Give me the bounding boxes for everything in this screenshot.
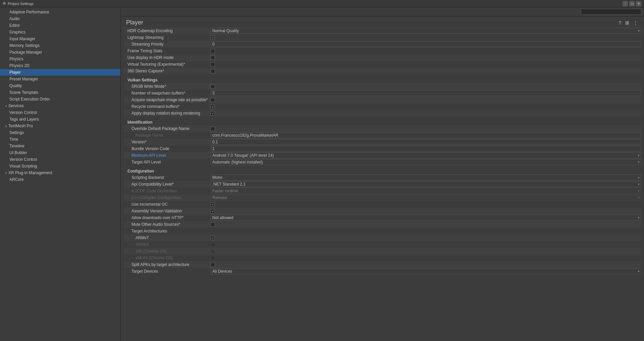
dropdown-text: Release bbox=[212, 195, 637, 200]
setting-row: 360 Stereo Capture* bbox=[123, 68, 641, 74]
checkbox[interactable] bbox=[211, 49, 215, 53]
checkbox[interactable] bbox=[211, 105, 215, 109]
checkbox bbox=[211, 243, 215, 247]
dropdown[interactable]: Release▾ bbox=[211, 195, 641, 201]
sidebar-label-visual-scripting: Visual Scripting bbox=[9, 164, 37, 168]
text-input[interactable] bbox=[211, 146, 641, 152]
sidebar-item-preset-manager[interactable]: Preset Manager bbox=[0, 76, 120, 82]
setting-value: Mono▾ bbox=[211, 175, 641, 181]
sidebar-label-scene-template: Scene Template bbox=[9, 90, 38, 95]
setting-value bbox=[211, 146, 641, 152]
setting-row: ARM64 bbox=[123, 241, 641, 248]
setting-row: Lightmap Streaming bbox=[123, 34, 641, 41]
sidebar-item-adaptive-performance[interactable]: Adaptive Performance bbox=[0, 9, 120, 15]
close-button[interactable]: ✕ bbox=[636, 1, 641, 6]
sidebar-item-input-manager[interactable]: Input Manager bbox=[0, 36, 120, 42]
checkbox[interactable] bbox=[211, 236, 215, 240]
setting-label: Mute Other Audio Sources* bbox=[123, 222, 211, 227]
setting-label: HDR Cubemap Encoding bbox=[123, 28, 211, 33]
sidebar-label-tags-and-layers: Tags and Layers bbox=[9, 117, 39, 122]
checkbox[interactable] bbox=[211, 36, 215, 40]
checkbox[interactable] bbox=[211, 209, 215, 213]
text-input[interactable] bbox=[211, 90, 641, 96]
setting-value bbox=[211, 127, 641, 131]
sidebar-item-tags-and-layers[interactable]: Tags and Layers bbox=[0, 116, 120, 123]
sidebar-item-physics-2d[interactable]: Physics 2D bbox=[0, 62, 120, 69]
sidebar-item-version-control2[interactable]: Version Control bbox=[0, 156, 120, 163]
sidebar-item-editor[interactable]: Editor bbox=[0, 22, 120, 29]
checkbox[interactable] bbox=[211, 111, 215, 116]
setting-row: Target API LevelAutomatic (highest insta… bbox=[123, 159, 641, 165]
sidebar-item-package-manager[interactable]: Package Manager bbox=[0, 49, 120, 56]
sidebar-item-graphics[interactable]: Graphics bbox=[0, 29, 120, 36]
checkbox[interactable] bbox=[211, 56, 215, 60]
setting-label: IL2CPP Code Generation bbox=[123, 189, 211, 193]
dropdown[interactable]: Normal Quality▾ bbox=[211, 28, 641, 34]
dropdown[interactable]: Not allowed▾ bbox=[211, 215, 641, 221]
checkbox[interactable] bbox=[211, 127, 215, 131]
dropdown[interactable]: Automatic (highest installed)▾ bbox=[211, 159, 641, 165]
checkbox[interactable] bbox=[211, 202, 215, 207]
sidebar-label-memory-settings: Memory Settings bbox=[9, 43, 40, 48]
setting-row: Use incremental GC bbox=[123, 201, 641, 208]
setting-label[interactable]: Minimum API Level bbox=[123, 153, 211, 158]
sidebar-item-xr-plugin-management[interactable]: ▾XR Plug-in Management bbox=[0, 169, 120, 176]
setting-label: Recycle command buffers* bbox=[123, 104, 211, 109]
sidebar-item-ui-builder[interactable]: UI Builder bbox=[0, 149, 120, 156]
maximize-button[interactable]: ▭ bbox=[629, 1, 635, 6]
setting-value bbox=[211, 249, 641, 254]
dropdown[interactable]: Mono▾ bbox=[211, 175, 641, 181]
sidebar-item-version-control[interactable]: Version Control bbox=[0, 109, 120, 116]
setting-row: Target DevicesAll Devices▾ bbox=[123, 268, 641, 275]
setting-row: x86 (Chrome OS) bbox=[123, 248, 641, 255]
search-input[interactable] bbox=[581, 9, 641, 15]
layout-button[interactable]: ⊞ bbox=[625, 19, 630, 26]
sidebar-item-physics[interactable]: Physics bbox=[0, 56, 120, 62]
sidebar-label-graphics: Graphics bbox=[9, 30, 25, 35]
sidebar-item-time[interactable]: Time bbox=[0, 136, 120, 143]
sidebar-item-settings[interactable]: Settings bbox=[0, 129, 120, 136]
text-input[interactable] bbox=[211, 41, 641, 47]
sidebar-item-timeline[interactable]: Timeline bbox=[0, 143, 120, 149]
checkbox[interactable] bbox=[211, 263, 215, 267]
dropdown[interactable]: .NET Standard 2.1▾ bbox=[211, 181, 641, 187]
checkbox[interactable] bbox=[211, 84, 215, 89]
checkbox bbox=[211, 249, 215, 254]
setting-row: Frame Timing Stats bbox=[123, 48, 641, 54]
sidebar-label-quality: Quality bbox=[9, 83, 22, 88]
sidebar: Adaptive PerformanceAudioEditorGraphicsI… bbox=[0, 7, 121, 341]
setting-row: Api Compatibility Level*.NET Standard 2.… bbox=[123, 181, 641, 188]
dropdown[interactable]: All Devices▾ bbox=[211, 268, 641, 274]
sidebar-item-services[interactable]: ▾Services bbox=[0, 103, 120, 109]
sidebar-item-visual-scripting[interactable]: Visual Scripting bbox=[0, 163, 120, 169]
sidebar-item-script-execution-order[interactable]: Script Execution Order bbox=[0, 96, 120, 103]
more-button[interactable]: ⋮ bbox=[633, 19, 639, 26]
search-bar bbox=[121, 7, 644, 16]
sidebar-label-adaptive-performance: Adaptive Performance bbox=[9, 10, 49, 14]
sidebar-label-editor: Editor bbox=[9, 23, 20, 28]
dropdown[interactable]: Faster runtime▾ bbox=[211, 188, 641, 194]
sidebar-item-quality[interactable]: Quality bbox=[0, 82, 120, 89]
dropdown[interactable]: Android 7.0 'Nougat' (API level 24)▾ bbox=[211, 152, 641, 158]
sidebar-item-audio[interactable]: Audio bbox=[0, 15, 120, 22]
checkbox[interactable] bbox=[211, 222, 215, 227]
sidebar-item-player[interactable]: Player bbox=[0, 69, 120, 76]
checkbox[interactable] bbox=[211, 98, 215, 102]
setting-value bbox=[211, 132, 641, 138]
sidebar-item-textmesh-pro[interactable]: ▾TextMesh Pro bbox=[0, 123, 120, 129]
scroll-area[interactable]: HDR Cubemap EncodingNormal Quality▾Light… bbox=[121, 27, 644, 341]
help-button[interactable]: ? bbox=[618, 19, 622, 26]
checkbox[interactable] bbox=[211, 69, 215, 73]
setting-value: Release▾ bbox=[211, 195, 641, 201]
minimize-button[interactable]: ⋮ bbox=[623, 1, 628, 6]
setting-row: C++ Compiler ConfigurationRelease▾ bbox=[123, 194, 641, 201]
setting-label: Allow downloads over HTTP* bbox=[123, 215, 211, 220]
sidebar-item-scene-template[interactable]: Scene Template bbox=[0, 89, 120, 96]
checkbox[interactable] bbox=[211, 62, 215, 67]
text-input[interactable] bbox=[211, 139, 641, 145]
dropdown-text: Mono bbox=[212, 175, 637, 180]
sidebar-item-arcore[interactable]: ARCore bbox=[0, 176, 120, 183]
setting-label: Scripting Backend bbox=[123, 175, 211, 180]
sidebar-item-memory-settings[interactable]: Memory Settings bbox=[0, 42, 120, 49]
gear-icon: ⚙ bbox=[3, 1, 6, 6]
